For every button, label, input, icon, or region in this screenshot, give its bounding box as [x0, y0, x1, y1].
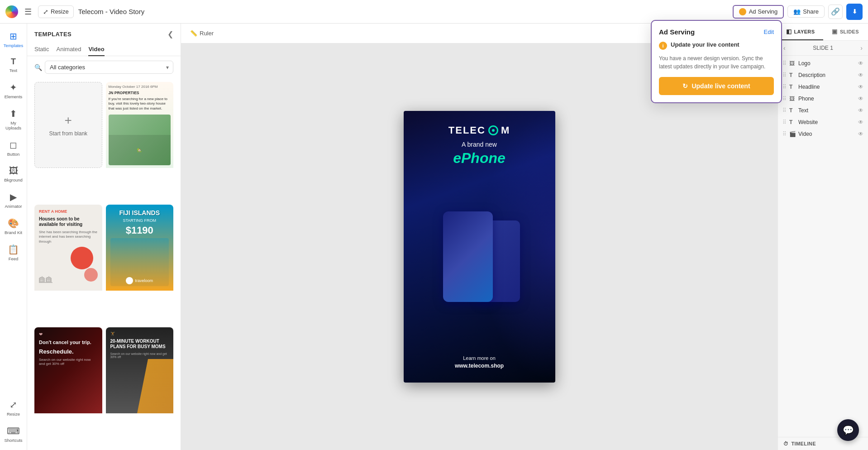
start-blank-label: Start from blank: [49, 130, 87, 137]
right-panel: ◧ LAYERS ▣ SLIDES ‹ SLIDE 1 › ⠿ 🖼 Logo 👁: [777, 24, 868, 450]
timeline-icon: ⏱: [783, 441, 788, 446]
text-icon: T: [11, 57, 16, 67]
layer-visibility-icon[interactable]: 👁: [858, 107, 863, 114]
tab-static[interactable]: Static: [34, 43, 49, 56]
layer-item[interactable]: ⠿ T Headline 👁: [778, 81, 868, 93]
layer-item[interactable]: ⠿ T Website 👁: [778, 116, 868, 128]
template-item[interactable]: ❤ Don't cancel your trip. Reschedule. Se…: [34, 327, 102, 446]
document-title: Telecom - Video Story: [78, 8, 728, 15]
template-item[interactable]: FIJI ISLANDS STARTING FROM $1190 ✈ trave…: [106, 205, 174, 324]
link-button[interactable]: 🔗: [828, 5, 843, 19]
template-item[interactable]: Monday October 17 2016 6PM JN PROPERTIES…: [106, 82, 174, 201]
ruler-button[interactable]: 📏 Ruler: [186, 28, 217, 38]
drag-handle-icon: ⠿: [782, 60, 787, 67]
sidebar-item-text[interactable]: T Text: [1, 53, 26, 77]
layers-list: ⠿ 🖼 Logo 👁 ⠿ T Description 👁 ⠿ T Headlin…: [778, 56, 868, 437]
layer-item[interactable]: ⠿ T Text 👁: [778, 105, 868, 116]
sidebar-item-feed[interactable]: 📋 Feed: [1, 240, 26, 265]
download-button[interactable]: ⬇: [846, 4, 863, 20]
sidebar-item-resize[interactable]: ⤢ Resize: [1, 396, 26, 420]
sidebar-item-templates[interactable]: ⊞ Templates: [1, 27, 26, 52]
app-logo[interactable]: [5, 5, 18, 18]
slides-tab-icon: ▣: [832, 28, 837, 35]
popup-description: You have a newer design version. Sync th…: [659, 54, 774, 71]
layer-item[interactable]: ⠿ 🖼 Phone 👁: [778, 93, 868, 105]
slide-prev-button[interactable]: ‹: [783, 44, 786, 52]
sidebar-item-bkground[interactable]: 🖼 Bkground: [1, 162, 26, 186]
layer-visibility-icon[interactable]: 👁: [858, 131, 863, 137]
drag-handle-icon: ⠿: [782, 131, 787, 137]
ad-serving-button[interactable]: Ad Serving: [733, 5, 784, 19]
tab-video[interactable]: Video: [88, 43, 104, 56]
category-select[interactable]: All categories: [45, 61, 173, 74]
sidebar-item-brandkit[interactable]: 🎨 Brand Kit: [1, 214, 26, 239]
plus-icon: +: [65, 113, 72, 128]
design-canvas: TELEC M A brand new ePhone Learn more on: [404, 111, 555, 383]
telecom-o-icon: [488, 125, 498, 135]
sidebar-item-animator[interactable]: ▶ Animator: [1, 188, 26, 212]
slide-nav: ‹ SLIDE 1 ›: [778, 41, 868, 56]
layers-tab-icon: ◧: [786, 28, 792, 35]
layer-item[interactable]: ⠿ T Description 👁: [778, 69, 868, 81]
timeline-button[interactable]: ⏱ TIMELINE: [778, 437, 868, 450]
layer-visibility-icon[interactable]: 👁: [858, 60, 863, 67]
templates-panel-title: TEMPLATES: [34, 31, 72, 38]
sidebar-item-button[interactable]: ◻ Button: [1, 136, 26, 160]
layer-item[interactable]: ⠿ 🎬 Video 👁: [778, 128, 868, 140]
search-icon: 🔍: [34, 64, 42, 71]
layer-visibility-icon[interactable]: 👁: [858, 119, 863, 125]
layer-visibility-icon[interactable]: 👁: [858, 72, 863, 78]
template-item[interactable]: RENT A HOME Houses soon to be available …: [34, 205, 102, 324]
canvas-bottom-section: Learn more on www.telecom.shop: [455, 355, 504, 369]
sidebar-item-uploads[interactable]: ⬆ My Uploads: [1, 105, 26, 134]
layer-type-icon: T: [789, 84, 796, 90]
templates-icon: ⊞: [10, 31, 17, 42]
menu-icon[interactable]: ☰: [23, 5, 33, 19]
canvas-top-section: TELEC M A brand new ePhone: [448, 124, 510, 167]
collapse-panel-button[interactable]: ❮: [167, 30, 173, 38]
download-icon: ⬇: [852, 8, 857, 15]
share-button[interactable]: 👥 Share: [787, 5, 825, 18]
layer-item[interactable]: ⠿ 🖼 Logo 👁: [778, 57, 868, 69]
drag-handle-icon: ⠿: [782, 119, 787, 125]
layer-type-icon: 🖼: [789, 60, 796, 67]
share-icon: 👥: [793, 8, 801, 15]
popup-info-title: Update your live content: [671, 41, 739, 48]
drag-handle-icon: ⠿: [782, 84, 787, 90]
update-live-content-button[interactable]: ↻ Update live content: [659, 77, 774, 95]
tab-layers[interactable]: ◧ LAYERS: [778, 24, 823, 40]
sidebar-item-elements[interactable]: ✦ Elements: [1, 78, 26, 103]
popup-header: Ad Serving Edit: [659, 28, 774, 36]
shortcuts-icon: ⌨: [7, 426, 20, 436]
templates-grid: + Start from blank Monday October 17 201…: [27, 78, 181, 450]
drag-handle-icon: ⠿: [782, 72, 787, 78]
animator-icon: ▶: [10, 191, 17, 202]
layer-visibility-icon[interactable]: 👁: [858, 84, 863, 90]
header-right: Ad Serving 👥 Share 🔗 ⬇: [733, 4, 863, 20]
sidebar-item-shortcuts[interactable]: ⌨ Shortcuts: [1, 422, 26, 446]
left-sidebar: ⊞ Templates T Text ✦ Elements ⬆ My Uploa…: [0, 24, 27, 450]
resize-sidebar-icon: ⤢: [10, 399, 17, 410]
layer-visibility-icon[interactable]: 👁: [858, 96, 863, 102]
slide-next-button[interactable]: ›: [860, 44, 863, 52]
templates-tabs: Static Animated Video: [27, 43, 181, 56]
drag-handle-icon: ⠿: [782, 107, 787, 114]
tab-animated[interactable]: Animated: [57, 43, 81, 56]
ad-serving-icon: [739, 8, 746, 15]
button-icon: ◻: [10, 139, 17, 150]
chat-button[interactable]: 💬: [837, 419, 859, 441]
layer-type-icon: 🖼: [789, 96, 796, 102]
uploads-icon: ⬆: [10, 108, 17, 119]
layer-type-icon: T: [789, 72, 796, 78]
canvas-content[interactable]: TELEC M A brand new ePhone Learn more on: [181, 43, 777, 450]
start-from-blank[interactable]: + Start from blank: [34, 82, 102, 168]
chat-icon: 💬: [843, 425, 854, 436]
template-item[interactable]: 🏋 20-MINUTE WORKOUT PLANS FOR BUSY MOMS …: [106, 327, 174, 446]
layer-type-icon: T: [789, 119, 796, 125]
popup-edit-link[interactable]: Edit: [764, 29, 774, 35]
brandkit-icon: 🎨: [8, 218, 19, 229]
tab-slides[interactable]: ▣ SLIDES: [823, 24, 868, 40]
resize-button[interactable]: ⤢ Resize: [38, 5, 74, 18]
templates-search-row: 🔍 All categories ▾: [27, 56, 181, 78]
canvas-learn-text: Learn more on: [463, 355, 496, 361]
